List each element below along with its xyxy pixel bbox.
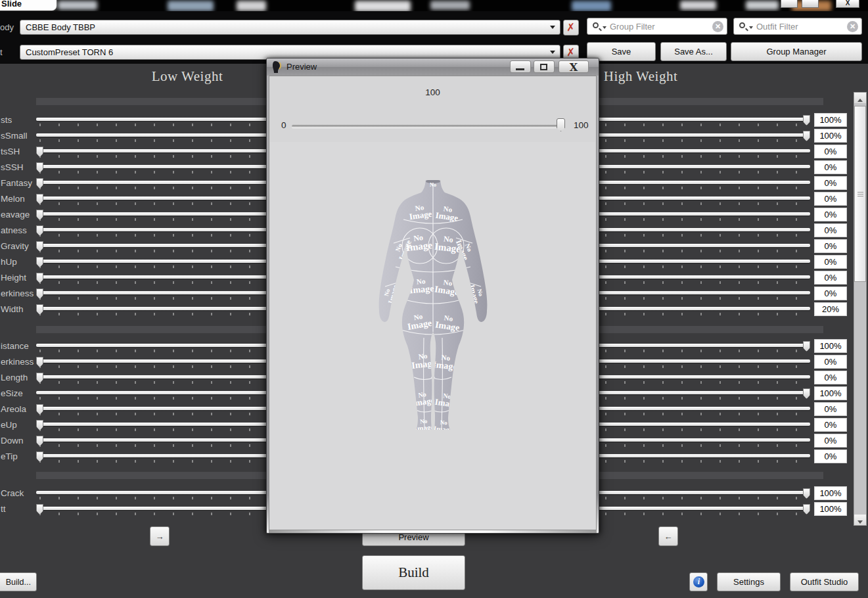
slider-value[interactable]: 100% bbox=[814, 386, 847, 400]
slider-value[interactable]: 0% bbox=[814, 287, 847, 300]
taskbar-thumbnail bbox=[58, 1, 97, 10]
svg-text:No: No bbox=[430, 182, 436, 188]
slider-value[interactable]: 20% bbox=[814, 302, 847, 316]
outfit-filter-search[interactable]: ✕ bbox=[733, 18, 862, 35]
slider-label: Melon bbox=[1, 194, 25, 204]
slider-label: Down bbox=[1, 436, 24, 446]
settings-button[interactable]: Settings bbox=[717, 572, 781, 591]
slider-label: atness bbox=[1, 225, 27, 235]
taskbar-thumbnail bbox=[430, 1, 470, 10]
slider-label: eUp bbox=[1, 420, 17, 430]
chevron-down-icon bbox=[550, 26, 555, 29]
preview-3d-viewport[interactable]: No NoImage NoImage NoImage NoImage NoIma… bbox=[270, 142, 595, 529]
clear-group-filter-icon[interactable]: ✕ bbox=[712, 21, 723, 32]
slider-value[interactable]: 0% bbox=[814, 160, 847, 174]
search-icon bbox=[593, 22, 599, 28]
outfit-filter-input[interactable] bbox=[756, 20, 843, 33]
slider-label: Width bbox=[1, 304, 24, 314]
slider-value[interactable]: 0% bbox=[814, 176, 847, 190]
about-button[interactable]: i bbox=[689, 572, 708, 591]
preview-content: 100 0 100 bbox=[269, 76, 597, 530]
scrollbar-grip-icon bbox=[857, 192, 863, 196]
preview-weight-slider[interactable] bbox=[292, 125, 565, 127]
slider-label: eSize bbox=[1, 388, 23, 398]
slider-label: eTip bbox=[1, 451, 18, 461]
taskbar-thumbnail bbox=[237, 1, 266, 11]
modal-bottom-edge bbox=[269, 530, 597, 533]
outfit-body-label: ody bbox=[0, 22, 14, 32]
low-weight-header: Low Weight bbox=[115, 68, 260, 85]
group-filter-search[interactable]: ✕ bbox=[587, 18, 727, 35]
outfit-dropdown-value: CBBE Body TBBP bbox=[26, 22, 95, 32]
scroll-up-arrow[interactable] bbox=[854, 93, 866, 103]
preview-weight-max: 100 bbox=[574, 120, 589, 130]
slider-value[interactable]: 0% bbox=[814, 449, 847, 463]
search-options-chevron-icon[interactable] bbox=[603, 26, 606, 29]
search-options-chevron-icon[interactable] bbox=[749, 26, 753, 29]
slider-value[interactable]: 0% bbox=[814, 271, 847, 285]
slider-value[interactable]: 0% bbox=[814, 355, 847, 369]
send-low-to-high-button[interactable]: → bbox=[150, 526, 170, 546]
slider-label: tt bbox=[1, 504, 6, 514]
save-as-button[interactable]: Save As... bbox=[660, 42, 727, 61]
outfit-studio-button[interactable]: Outfit Studio bbox=[790, 572, 859, 591]
slider-label: istance bbox=[1, 341, 29, 351]
slider-label: tsSH bbox=[1, 147, 20, 156]
background-taskbar: Slide X bbox=[0, 0, 868, 11]
batch-build-button[interactable]: Build... bbox=[0, 572, 37, 591]
taskbar-app-label: Slide bbox=[1, 0, 22, 9]
slider-value[interactable]: 100% bbox=[814, 113, 847, 127]
close-window-button[interactable]: X bbox=[836, 0, 859, 8]
slider-value[interactable]: 0% bbox=[814, 145, 847, 158]
build-button[interactable]: Build bbox=[362, 555, 465, 590]
delete-outfit-button[interactable]: ✗ bbox=[563, 20, 579, 35]
preview-minimize-button[interactable] bbox=[510, 60, 531, 73]
clear-outfit-filter-icon[interactable]: ✕ bbox=[847, 21, 858, 32]
preview-titlebar[interactable]: Preview X bbox=[267, 58, 599, 76]
slider-label: erkiness bbox=[1, 357, 34, 367]
slider-label: Gravity bbox=[1, 241, 29, 251]
slider-value[interactable]: 100% bbox=[814, 486, 847, 500]
slider-label: sSSH bbox=[1, 162, 24, 172]
slider-value[interactable]: 100% bbox=[814, 129, 847, 143]
send-high-to-low-button[interactable]: ← bbox=[658, 526, 678, 546]
slider-value[interactable]: 0% bbox=[814, 371, 847, 384]
slider-label: sSmall bbox=[1, 131, 28, 141]
vertical-scrollbar[interactable] bbox=[854, 92, 867, 526]
slider-value[interactable]: 0% bbox=[814, 255, 847, 269]
slider-value[interactable]: 0% bbox=[814, 418, 847, 432]
slider-value[interactable]: 100% bbox=[814, 502, 847, 516]
scroll-down-arrow[interactable] bbox=[854, 515, 866, 525]
group-manager-button[interactable]: Group Manager bbox=[731, 42, 862, 61]
taskbar-thumbnail bbox=[355, 1, 411, 11]
maximize-window-button[interactable] bbox=[802, 0, 819, 8]
preset-dropdown-value: CustomPreset TORN 6 bbox=[26, 47, 113, 57]
preview-close-button[interactable]: X bbox=[559, 60, 589, 73]
outfit-dropdown[interactable]: CBBE Body TBBP bbox=[20, 20, 560, 35]
slider-value[interactable]: 100% bbox=[814, 339, 847, 353]
preview-weight-slider-thumb[interactable] bbox=[557, 118, 565, 131]
slider-value[interactable]: 0% bbox=[814, 208, 847, 221]
slider-value[interactable]: 0% bbox=[814, 402, 847, 416]
slider-label: eavage bbox=[1, 210, 30, 219]
scrollbar-thumb[interactable] bbox=[854, 106, 866, 282]
slider-value[interactable]: 0% bbox=[814, 223, 847, 237]
bodyslide-window: Slide X ody CBBE Body TBBP ✗ ✕ ✕ t Custo… bbox=[0, 0, 868, 598]
slider-label: sts bbox=[1, 115, 12, 125]
minimize-window-button[interactable] bbox=[781, 0, 798, 8]
preview-weight-min: 0 bbox=[281, 120, 286, 130]
preview-maximize-button[interactable] bbox=[534, 60, 555, 73]
close-icon: X bbox=[570, 61, 578, 74]
slider-value[interactable]: 0% bbox=[814, 434, 847, 448]
group-filter-input[interactable] bbox=[610, 20, 708, 33]
taskbar-app-pill[interactable]: Slide bbox=[0, 0, 57, 11]
slider-value[interactable]: 0% bbox=[814, 239, 847, 253]
chevron-down-icon bbox=[550, 51, 555, 54]
slider-value[interactable]: 0% bbox=[814, 192, 847, 206]
slider-label: Fantasy bbox=[1, 178, 32, 188]
maximize-icon bbox=[540, 64, 547, 70]
body-model-preview[interactable]: No NoImage NoImage NoImage NoImage NoIma… bbox=[357, 180, 509, 430]
slider-label: Crack bbox=[1, 488, 24, 498]
bodyslide-logo-icon bbox=[272, 61, 283, 73]
slider-label: Length bbox=[1, 373, 28, 382]
